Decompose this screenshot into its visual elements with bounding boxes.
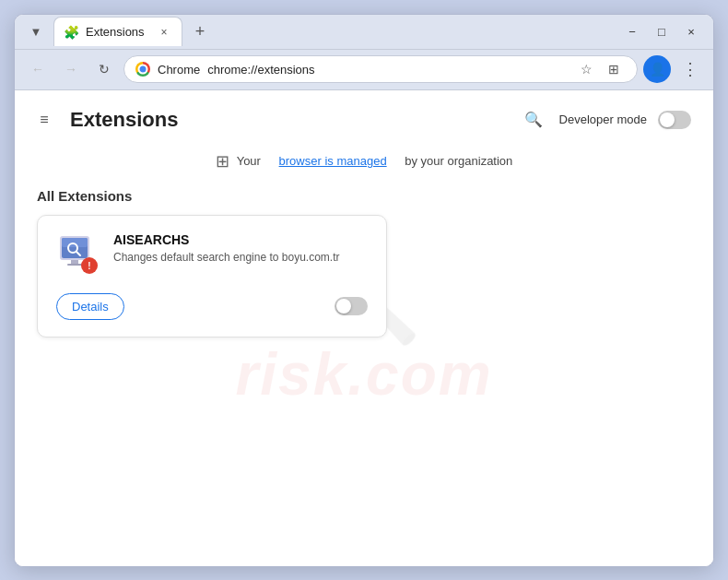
managed-text-after: by your organization <box>405 154 512 168</box>
page-content: 🔍 risk.com ≡ Extensions 🔍 Developer mode <box>15 90 713 566</box>
developer-mode-toggle[interactable] <box>658 111 691 129</box>
hamburger-menu-button[interactable]: ≡ <box>29 105 59 135</box>
section-title: All Extensions <box>37 188 691 204</box>
managed-text-before: Your <box>237 154 261 168</box>
minimize-button[interactable]: − <box>619 18 645 44</box>
tab-favicon-icon: 🧩 <box>64 25 79 40</box>
new-tab-button[interactable]: + <box>188 19 212 43</box>
extension-name: AISEARCHS <box>113 232 368 247</box>
search-button[interactable]: 🔍 <box>519 105 548 135</box>
tab-bar: ▼ 🧩 Extensions × + <box>24 17 614 46</box>
profile-button[interactable]: 👤 <box>643 55 671 83</box>
developer-mode-label: Developer mode <box>559 112 647 126</box>
chrome-label: Chrome <box>158 63 200 77</box>
svg-text:!: ! <box>88 261 90 271</box>
title-bar: ▼ 🧩 Extensions × + − □ × <box>15 15 713 50</box>
search-icon: 🔍 <box>524 111 543 128</box>
browser-window: ▼ 🧩 Extensions × + − □ × ← → ↻ Chrome ch… <box>14 14 714 567</box>
address-bar[interactable]: Chrome chrome://extensions ☆ ⊞ <box>123 55 638 83</box>
tab-close-button[interactable]: × <box>156 24 172 41</box>
extension-description: Changes default search engine to boyu.co… <box>113 251 368 264</box>
details-button[interactable]: Details <box>56 293 124 320</box>
extension-enable-toggle[interactable] <box>335 297 368 315</box>
extension-icon: ! <box>56 232 100 277</box>
extensions-header-right: 🔍 Developer mode <box>519 105 691 135</box>
svg-rect-6 <box>67 264 82 266</box>
menu-button[interactable]: ⋮ <box>676 55 704 83</box>
svg-rect-2 <box>62 238 88 247</box>
nav-bar: ← → ↻ Chrome chrome://extensions ☆ ⊞ 👤 ⋮ <box>15 50 713 90</box>
extension-card-bottom: Details <box>56 293 368 320</box>
extensions-icon-button[interactable]: ⊞ <box>602 57 626 81</box>
toggle-knob <box>660 112 675 127</box>
page-title: Extensions <box>70 108 178 132</box>
tab-title: Extensions <box>86 25 149 39</box>
extension-icon-wrapper: ! <box>56 232 100 277</box>
maximize-button[interactable]: □ <box>649 18 675 44</box>
back-button[interactable]: ← <box>24 55 52 83</box>
close-button[interactable]: × <box>678 18 704 44</box>
all-extensions-section: All Extensions <box>15 181 713 352</box>
bookmark-icon-button[interactable]: ☆ <box>574 57 598 81</box>
tab-dropdown-button[interactable]: ▼ <box>24 19 48 43</box>
managed-banner: ⊞ Your browser is managed by your organi… <box>15 142 713 181</box>
chrome-logo-icon <box>135 62 150 77</box>
reload-button[interactable]: ↻ <box>90 55 118 83</box>
extensions-header: ≡ Extensions 🔍 Developer mode <box>15 90 713 142</box>
managed-icon: ⊞ <box>216 151 229 172</box>
profile-icon: 👤 <box>650 62 665 77</box>
managed-link[interactable]: browser is managed <box>279 154 387 168</box>
address-text: chrome://extensions <box>207 63 314 77</box>
window-controls: − □ × <box>619 18 704 44</box>
extension-info: AISEARCHS Changes default search engine … <box>113 232 368 264</box>
svg-rect-5 <box>71 260 78 264</box>
forward-button[interactable]: → <box>57 55 85 83</box>
extensions-header-left: ≡ Extensions <box>29 105 178 135</box>
extension-card-top: ! AISEARCHS Changes default search engin… <box>56 232 368 277</box>
extension-toggle-knob <box>336 299 351 314</box>
address-bar-icons: ☆ ⊞ <box>574 57 626 81</box>
active-tab: 🧩 Extensions × <box>53 17 182 46</box>
extension-card: ! AISEARCHS Changes default search engin… <box>37 215 387 337</box>
